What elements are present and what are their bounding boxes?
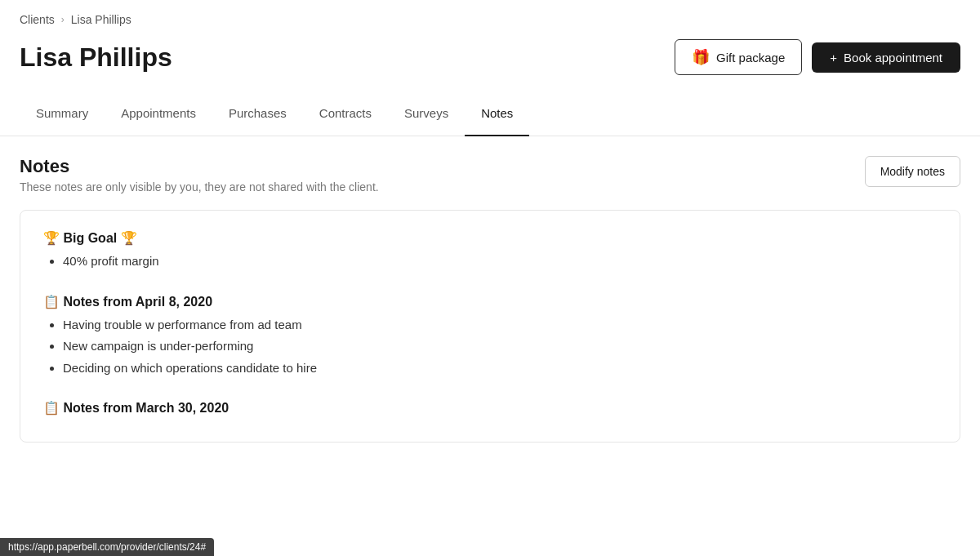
tab-purchases[interactable]: Purchases bbox=[212, 91, 303, 136]
tabs-container: Summary Appointments Purchases Contracts… bbox=[0, 91, 980, 136]
notes-header-row: Notes These notes are only visible by yo… bbox=[20, 156, 960, 193]
march-notes-heading: 📋 Notes from March 30, 2020 bbox=[43, 400, 937, 416]
notes-title: Notes bbox=[20, 156, 379, 177]
gift-icon: 🎁 bbox=[692, 48, 710, 66]
status-url: https://app.paperbell.com/provider/clien… bbox=[8, 541, 206, 553]
notes-subtitle: These notes are only visible by you, the… bbox=[20, 180, 379, 193]
page-title: Lisa Phillips bbox=[20, 42, 172, 73]
tabs: Summary Appointments Purchases Contracts… bbox=[20, 91, 960, 136]
notes-april-section: 📋 Notes from April 8, 2020 Having troubl… bbox=[43, 294, 937, 378]
list-item: Having trouble w performance from ad tea… bbox=[63, 316, 937, 335]
notes-march-section: 📋 Notes from March 30, 2020 bbox=[43, 400, 937, 416]
gift-package-label: Gift package bbox=[716, 51, 785, 64]
breadcrumb-clients-link[interactable]: Clients bbox=[20, 13, 55, 26]
title-row: Lisa Phillips 🎁 Gift package + Book appo… bbox=[20, 33, 960, 91]
breadcrumb: Clients › Lisa Phillips bbox=[20, 13, 960, 26]
modify-notes-button[interactable]: Modify notes bbox=[865, 156, 960, 187]
book-plus-icon: + bbox=[830, 51, 837, 64]
status-bar: https://app.paperbell.com/provider/clien… bbox=[0, 538, 214, 556]
book-appointment-label: Book appointment bbox=[844, 51, 942, 64]
big-goal-heading: 🏆 Big Goal 🏆 bbox=[43, 230, 937, 246]
tab-contracts[interactable]: Contracts bbox=[303, 91, 388, 136]
book-appointment-button[interactable]: + Book appointment bbox=[812, 42, 960, 73]
notes-card: 🏆 Big Goal 🏆 40% profit margin 📋 Notes f… bbox=[20, 210, 960, 443]
main-content: Notes These notes are only visible by yo… bbox=[0, 136, 980, 443]
tab-notes[interactable]: Notes bbox=[465, 91, 529, 136]
big-goal-list: 40% profit margin bbox=[43, 252, 937, 271]
list-item: Deciding on which operations candidate t… bbox=[63, 359, 937, 378]
list-item: New campaign is under-performing bbox=[63, 337, 937, 356]
april-notes-heading: 📋 Notes from April 8, 2020 bbox=[43, 294, 937, 309]
tab-summary[interactable]: Summary bbox=[20, 91, 105, 136]
tab-surveys[interactable]: Surveys bbox=[388, 91, 465, 136]
breadcrumb-separator: › bbox=[61, 14, 65, 25]
notes-title-section: Notes These notes are only visible by yo… bbox=[20, 156, 379, 193]
tab-appointments[interactable]: Appointments bbox=[105, 91, 212, 136]
header: Clients › Lisa Phillips Lisa Phillips 🎁 … bbox=[0, 0, 980, 91]
gift-package-button[interactable]: 🎁 Gift package bbox=[675, 39, 802, 75]
april-notes-list: Having trouble w performance from ad tea… bbox=[43, 316, 937, 378]
header-actions: 🎁 Gift package + Book appointment bbox=[675, 39, 960, 75]
notes-big-goal-section: 🏆 Big Goal 🏆 40% profit margin bbox=[43, 230, 937, 271]
breadcrumb-current: Lisa Phillips bbox=[71, 13, 131, 26]
list-item: 40% profit margin bbox=[63, 252, 937, 271]
